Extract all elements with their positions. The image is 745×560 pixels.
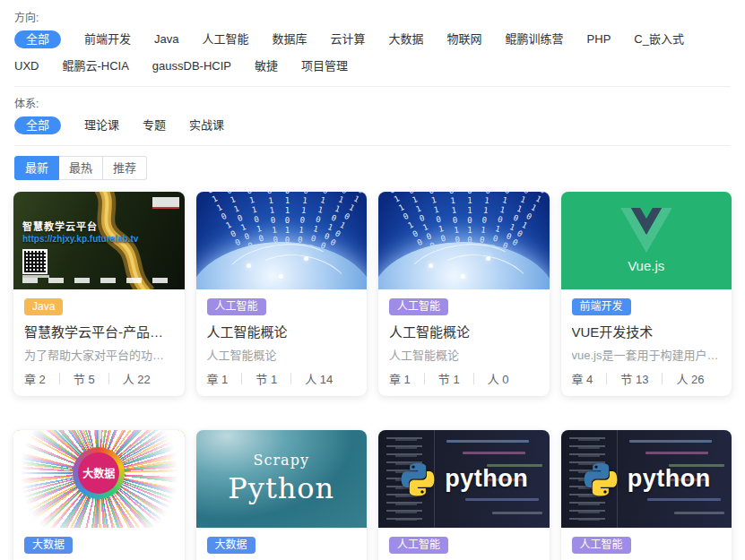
course-tag: 人工智能 — [389, 537, 448, 554]
students-count: 人 14 — [305, 370, 333, 387]
sections-count: 节 1 — [438, 370, 460, 387]
sort-tab[interactable]: 推荐 — [103, 156, 147, 180]
course-card-body: 人工智能 人工智能概论 人工智能概论 章 1 节 1 人 0 — [378, 289, 550, 396]
direction-filter-label: 方向: — [14, 9, 731, 24]
course-description: 人工智能概论 — [207, 346, 357, 363]
direction-option[interactable]: 鲲鹏训练营 — [506, 30, 564, 48]
node-dot — [461, 274, 465, 279]
vue-wordmark: Vue.js — [628, 258, 664, 273]
direction-option[interactable]: C_嵌入式 — [634, 30, 684, 48]
thumbnail-python-art: python — [378, 430, 550, 528]
direction-option[interactable]: UXD — [14, 57, 39, 75]
python-wordmark: python — [445, 465, 528, 493]
course-thumbnail: 0110100101101001011 0110100101101001011 … — [378, 192, 550, 289]
node-dot — [247, 263, 251, 268]
stat-divider — [662, 373, 663, 384]
course-title: VUE开发技术 — [572, 322, 722, 340]
bigdata-badge: 大数据 — [78, 452, 119, 494]
course-card-body: 人工智能 人工智能概论 人工智能概论 章 1 节 1 人 14 — [196, 289, 368, 396]
thumbnail-vue-art: Vue.js — [561, 192, 732, 289]
thumbnail-bigdata-art: 大数据 — [13, 430, 185, 528]
course-grid: 智慧教学云平台 https://zhjxy.kp.futurelab.tv — [0, 192, 745, 560]
node-dot — [486, 256, 490, 261]
direction-option[interactable]: 云计算 — [331, 30, 366, 48]
thumbnail-scrapy-art: Scrapy Python — [196, 430, 368, 528]
node-dot — [304, 256, 308, 261]
course-card[interactable]: python python — [378, 430, 550, 560]
course-tag: Java — [24, 298, 63, 315]
course-card[interactable]: Vue.js Vue.js — [561, 192, 732, 396]
sections-count: 节 1 — [256, 370, 277, 387]
scrapy-wordmark: Scrapy — [196, 452, 368, 469]
chapters-count: 章 2 — [24, 370, 46, 387]
thumbnail-platform-title: 智慧教学云平台 — [22, 219, 98, 233]
course-thumbnail: python python — [378, 430, 550, 528]
direction-option[interactable]: 物联网 — [447, 30, 482, 48]
course-thumbnail: python python — [561, 430, 732, 528]
direction-option[interactable]: 大数据 — [389, 30, 424, 48]
node-dot — [279, 274, 283, 279]
thumbnail-platform-url: https://zhjxy.kp.futurelab.tv — [22, 234, 138, 244]
course-card-body: 人工智能 Python程序设计 全面掌握Python编程语言的基本语... 章 … — [561, 528, 732, 560]
course-stats: 章 4 节 13 人 26 — [572, 370, 722, 387]
stat-divider — [290, 373, 291, 384]
course-card[interactable]: Scrapy Python — [196, 430, 368, 560]
course-title: 智慧教学云平台-产品介绍 — [24, 322, 174, 340]
sort-group: 最新最热推荐 — [14, 156, 147, 180]
system-option[interactable]: 理论课 — [84, 116, 119, 134]
course-tag: 人工智能 — [389, 298, 448, 315]
course-tag: 人工智能 — [207, 298, 266, 315]
thumbnail-footnote — [22, 278, 174, 283]
stat-divider — [59, 373, 60, 384]
students-count: 人 0 — [488, 370, 509, 387]
python-logo-icon — [399, 461, 437, 498]
system-option[interactable]: 全部 — [14, 116, 61, 134]
students-count: 人 22 — [123, 370, 151, 387]
direction-option[interactable]: 鲲鹏云-HCIA — [62, 57, 128, 75]
python-logo-icon — [582, 461, 619, 498]
stat-divider — [606, 373, 607, 384]
direction-option[interactable]: 数据库 — [273, 30, 308, 48]
course-thumbnail: Vue.js Vue.js — [561, 192, 732, 289]
thumbnail-python-art: python — [561, 430, 732, 528]
direction-options: 全部前端开发Java人工智能数据库云计算大数据物联网鲲鹏训练营PHPC_嵌入式U… — [14, 30, 731, 75]
stat-divider — [473, 373, 474, 384]
python-logo-row: python — [561, 430, 732, 528]
course-card[interactable]: 智慧教学云平台 https://zhjxy.kp.futurelab.tv — [13, 192, 185, 396]
course-card[interactable]: 大数据 大数据 — [13, 430, 185, 560]
direction-option[interactable]: 全部 — [14, 30, 61, 48]
node-dot — [429, 263, 433, 268]
course-tag: 前端开发 — [572, 298, 631, 315]
direction-option[interactable]: Java — [154, 30, 178, 48]
direction-option[interactable]: 前端开发 — [84, 30, 131, 48]
sort-tab[interactable]: 最新 — [14, 156, 59, 180]
direction-option[interactable]: 项目管理 — [301, 57, 348, 75]
course-tag: 人工智能 — [572, 537, 631, 554]
system-option[interactable]: 专题 — [143, 116, 166, 134]
chapters-count: 章 1 — [389, 370, 411, 387]
sections-count: 节 5 — [74, 370, 95, 387]
direction-option[interactable]: 人工智能 — [203, 30, 249, 48]
course-card[interactable]: 0110100101101001011 0110100101101001011 … — [196, 192, 368, 396]
python-wordmark-serif: Python — [196, 471, 368, 505]
thumbnail-ai-art: 0110100101101001011 0110100101101001011 … — [378, 192, 550, 289]
course-thumbnail: 大数据 大数据 — [13, 430, 185, 528]
python-logo-row: python — [378, 430, 550, 528]
thumbnail-river-art: 智慧教学云平台 https://zhjxy.kp.futurelab.tv — [13, 192, 185, 289]
course-card[interactable]: 0110100101101001011 0110100101101001011 … — [378, 192, 550, 396]
course-thumbnail: Scrapy Python — [196, 430, 368, 528]
course-stats: 章 1 节 1 人 14 — [207, 370, 357, 387]
course-title: 人工智能概论 — [389, 322, 539, 340]
course-card-body: Java 智慧教学云平台-产品介绍 为了帮助大家对平台的功能加深理... 章 2… — [13, 289, 185, 396]
course-description: vue.js是一套用于构建用户界面的... — [572, 346, 722, 363]
course-description: 人工智能概论 — [389, 346, 539, 363]
direction-option[interactable]: gaussDB-HCIP — [152, 57, 231, 75]
rainbow-ring: 大数据 — [73, 447, 125, 499]
system-option[interactable]: 实战课 — [189, 116, 224, 134]
direction-option[interactable]: PHP — [587, 30, 611, 48]
direction-option[interactable]: 敏捷 — [255, 57, 278, 75]
qr-code — [22, 249, 48, 274]
course-card[interactable]: python python — [561, 430, 732, 560]
sort-tab[interactable]: 最热 — [59, 156, 103, 180]
course-stats: 章 2 节 5 人 22 — [24, 370, 174, 387]
